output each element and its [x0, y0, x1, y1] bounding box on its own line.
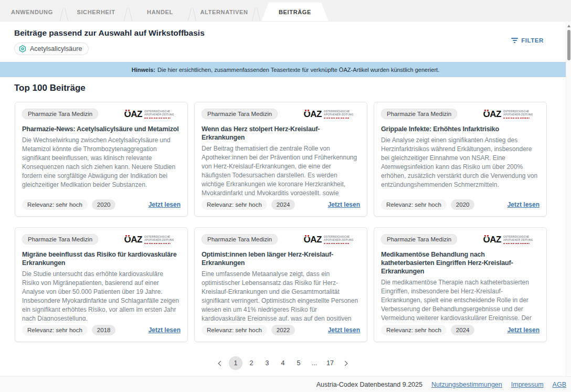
filter-label: FILTER [521, 37, 544, 44]
pagination-page-17[interactable]: 17 [323, 356, 337, 370]
article-card: Pharmazie Tara Medizin ÖAZ ÖSTERREICHISC… [15, 102, 188, 217]
oaz-logo-abbr: ÖAZ [124, 110, 142, 118]
oaz-logo-line1: ÖSTERREICHISCHE [144, 236, 174, 238]
oaz-logo-abbr: ÖAZ [304, 110, 322, 118]
page-header: Beiträge passend zur Auswahl auf Wirksto… [0, 22, 571, 62]
oaz-logo-line1: ÖSTERREICHISCHE [503, 236, 533, 238]
scrollbar-thumb[interactable] [567, 30, 570, 60]
terms-of-use-link[interactable]: Nutzungsbestimmungen [431, 381, 502, 388]
pagination-prev-button[interactable] [213, 356, 227, 370]
article-card: Pharmazie Tara Medizin ÖAZ ÖSTERREICHISC… [194, 102, 367, 217]
oaz-logo-line2: APOTHEKER-ZEITUNG [144, 114, 174, 116]
tab-separator [123, 6, 133, 21]
app-screen: ANWENDUNG SICHERHEIT HANDEL ALTERNATIVEN… [0, 0, 571, 392]
year-badge: 2024 [451, 325, 475, 335]
pagination-page-1[interactable]: 1 [229, 356, 242, 370]
oaz-logo-abbr: ÖAZ [483, 110, 501, 118]
article-title[interactable]: Medikamentöse Behandlung nach katheterba… [381, 250, 540, 276]
article-card: Pharmazie Tara Medizin ÖAZ ÖSTERREICHISC… [15, 227, 188, 342]
article-title[interactable]: Grippale Infekte: Erhöhtes Infarktrisiko [381, 125, 540, 133]
read-now-link[interactable]: Jetzt lesen [149, 201, 181, 208]
oaz-red-umlaut-icon [304, 235, 310, 237]
agb-link[interactable]: AGB [553, 381, 566, 388]
imprint-link[interactable]: Impressum [511, 381, 544, 388]
tab-handel[interactable]: HANDEL [133, 3, 187, 21]
year-badge: 2018 [92, 325, 116, 335]
substance-chip-label: Acetylsalicylsäure [30, 45, 82, 52]
oaz-logo-line1: ÖSTERREICHISCHE [503, 111, 533, 113]
oaz-logo: ÖAZ ÖSTERREICHISCHE APOTHEKER-ZEITUNG [304, 109, 360, 119]
oaz-logo-tagline [144, 118, 171, 119]
category-badge: Pharmazie Tara Medizin [22, 234, 98, 245]
relevance-badge: Relevanz: sehr hoch [381, 199, 447, 210]
oaz-logo: ÖAZ ÖSTERREICHISCHE APOTHEKER-ZEITUNG [124, 109, 181, 119]
pagination: 1 2 3 4 5 ... 17 [0, 355, 566, 371]
scrollbar-up-arrow-icon[interactable] [567, 24, 571, 28]
year-badge: 2020 [92, 199, 116, 210]
article-title[interactable]: Wenn das Herz stolpert Herz-Kreislauf-Er… [202, 125, 360, 142]
cards-grid: Pharmazie Tara Medizin ÖAZ ÖSTERREICHISC… [15, 102, 547, 342]
filter-icon [511, 38, 518, 43]
category-badge: Pharmazie Tara Medizin [22, 109, 98, 119]
read-now-link[interactable]: Jetzt lesen [328, 326, 360, 334]
oaz-logo-line1: ÖSTERREICHISCHE [324, 236, 354, 238]
chevron-right-icon [343, 361, 348, 366]
molecule-hexagon-icon [18, 45, 27, 53]
pagination-ellipsis: ... [308, 356, 321, 370]
datasource-label: Austria-Codex Datenbestand 9.2025 [316, 381, 422, 388]
oaz-logo-line2: APOTHEKER-ZEITUNG [144, 239, 174, 241]
chevron-left-icon [218, 361, 224, 366]
oaz-logo-tagline [503, 118, 530, 119]
year-badge: 2024 [271, 199, 295, 210]
relevance-badge: Relevanz: sehr hoch [202, 325, 267, 335]
relevance-badge: Relevanz: sehr hoch [22, 325, 88, 335]
article-title[interactable]: Optimist:innen leben länger Herz-Kreisla… [202, 250, 360, 267]
pagination-next-button[interactable] [339, 356, 353, 370]
pagination-page-4[interactable]: 4 [276, 356, 290, 370]
substance-chip[interactable]: Acetylsalicylsäure [14, 43, 89, 55]
pagination-page-5[interactable]: 5 [292, 356, 305, 370]
tab-alternativen[interactable]: ALTERNATIVEN [197, 3, 251, 21]
oaz-logo: ÖAZ ÖSTERREICHISCHE APOTHEKER-ZEITUNG [304, 234, 360, 244]
oaz-logo-line1: ÖSTERREICHISCHE [324, 111, 354, 113]
article-teaser: Eine umfassende Metaanalyse zeigt, dass … [202, 270, 360, 321]
pagination-page-3[interactable]: 3 [260, 356, 274, 370]
oaz-red-umlaut-icon [483, 109, 490, 112]
notice-banner: Hinweis: Die hier ersichtlichen, zusamme… [0, 62, 571, 77]
tab-beitraege[interactable]: BEITRÄGE [261, 3, 329, 21]
article-title[interactable]: Migräne beeinflusst das Risiko für kardi… [22, 250, 181, 267]
tab-separator [187, 6, 197, 21]
read-now-link[interactable]: Jetzt lesen [328, 201, 360, 208]
page-title: Beiträge passend zur Auswahl auf Wirksto… [14, 28, 205, 38]
article-card: Pharmazie Tara Medizin ÖAZ ÖSTERREICHISC… [194, 227, 367, 342]
tab-anwendung[interactable]: ANWENDUNG [5, 3, 59, 21]
oaz-logo: ÖAZ ÖSTERREICHISCHE APOTHEKER-ZEITUNG [483, 109, 540, 119]
article-teaser: Der Beitrag thematisiert die zentrale Ro… [202, 144, 360, 195]
tab-separator [251, 6, 261, 21]
oaz-red-umlaut-icon [483, 235, 490, 237]
tab-sicherheit[interactable]: SICHERHEIT [69, 3, 123, 21]
tab-bar: ANWENDUNG SICHERHEIT HANDEL ALTERNATIVEN… [0, 0, 571, 22]
vertical-scrollbar[interactable] [566, 22, 571, 376]
oaz-logo-tagline [324, 118, 350, 119]
filter-button[interactable]: FILTER [511, 37, 544, 44]
oaz-logo-line2: APOTHEKER-ZEITUNG [503, 239, 533, 241]
article-teaser: Die Analyse zeigt einen signifikanten An… [381, 136, 540, 195]
read-now-link[interactable]: Jetzt lesen [507, 326, 540, 334]
oaz-red-umlaut-icon [124, 109, 131, 112]
oaz-logo-line2: APOTHEKER-ZEITUNG [503, 114, 533, 116]
category-badge: Pharmazie Tara Medizin [381, 234, 457, 245]
category-badge: Pharmazie Tara Medizin [381, 109, 457, 119]
category-badge: Pharmazie Tara Medizin [202, 109, 278, 119]
pagination-page-2[interactable]: 2 [245, 356, 258, 370]
oaz-logo-line2: APOTHEKER-ZEITUNG [324, 239, 354, 241]
article-title[interactable]: Pharmazie-News: Acetylsalicylsäure und M… [22, 125, 181, 133]
year-badge: 2020 [451, 199, 475, 210]
read-now-link[interactable]: Jetzt lesen [149, 326, 181, 334]
relevance-badge: Relevanz: sehr hoch [381, 325, 447, 335]
read-now-link[interactable]: Jetzt lesen [507, 201, 540, 208]
oaz-logo-tagline [144, 243, 171, 244]
relevance-badge: Relevanz: sehr hoch [22, 199, 88, 210]
oaz-logo-tagline [503, 243, 530, 244]
article-teaser: Die Studie untersucht das erhöhte kardio… [22, 270, 181, 321]
